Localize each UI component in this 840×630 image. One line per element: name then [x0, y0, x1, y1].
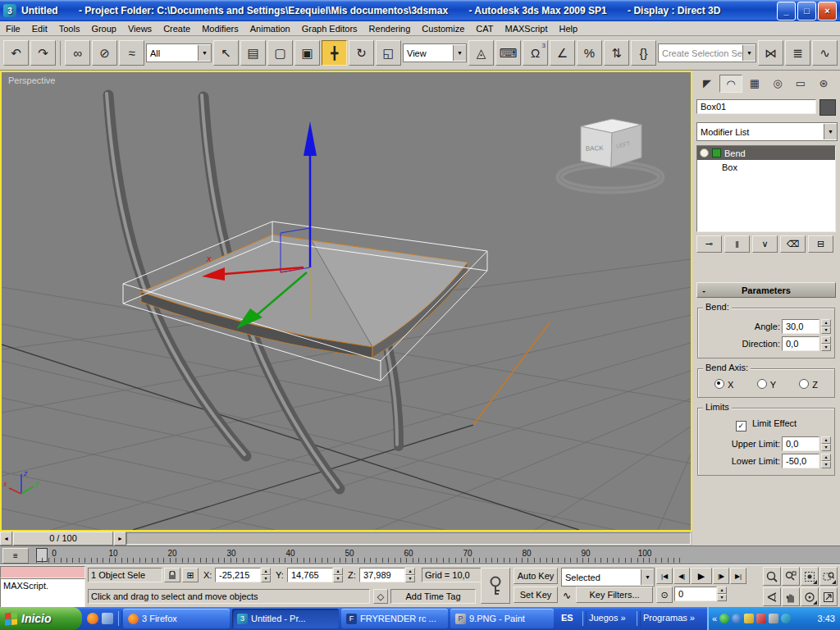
x-spinner[interactable]: ▴▾ [261, 568, 271, 582]
zoom-button[interactable] [763, 567, 781, 586]
modifier-stack-box[interactable]: Box [697, 160, 835, 174]
redo-button[interactable]: ↷ [30, 40, 56, 66]
object-color-swatch[interactable] [819, 99, 836, 116]
spinner-down-icon[interactable]: ▾ [821, 344, 831, 351]
clock[interactable]: 3:43 [818, 614, 835, 623]
app-icon[interactable]: 3 [3, 4, 16, 17]
select-object-button[interactable]: ↖ [213, 40, 239, 66]
go-to-start-button[interactable]: |◀ [656, 568, 673, 584]
task-firefox-group[interactable]: 3 Firefox [123, 609, 230, 628]
undo-button[interactable]: ↶ [3, 40, 29, 66]
select-and-link-button[interactable]: ∞ [65, 40, 90, 66]
spinner-up-icon[interactable]: ▴ [821, 436, 831, 444]
time-tag-icon-button[interactable]: ◇ [373, 589, 388, 604]
tab-display[interactable]: ▭ [790, 75, 811, 91]
menu-create[interactable]: Create [158, 23, 196, 34]
axis-z-radio[interactable]: Z [799, 379, 818, 390]
chevron-down-icon[interactable]: ▼ [453, 45, 466, 61]
menu-tools[interactable]: Tools [53, 23, 86, 34]
tray-icon-security[interactable] [756, 614, 766, 623]
percent-snap-button[interactable]: % [577, 40, 602, 66]
object-name-field[interactable]: Box01 [696, 99, 816, 114]
go-to-end-button[interactable]: ▶| [730, 568, 746, 584]
field-of-view-button[interactable] [763, 587, 781, 606]
pin-stack-button[interactable]: ⊸ [696, 235, 722, 253]
tray-icon-network[interactable] [732, 614, 742, 623]
frame-spinner[interactable]: ▴▾ [717, 587, 727, 601]
keying-mode-dropdown[interactable]: Selected ▼ [561, 568, 655, 587]
angle-snap-button[interactable]: ∠ [550, 40, 575, 66]
angle-field[interactable]: 30,0 [782, 319, 819, 334]
toolbar-handle[interactable] [118, 611, 122, 626]
menu-edit[interactable]: Edit [26, 23, 53, 34]
track-bar[interactable]: ≡ 0 10 20 30 40 50 60 70 80 90 100 [0, 546, 840, 564]
axis-x-radio[interactable]: X [714, 379, 733, 390]
play-button[interactable]: ▶ [691, 568, 712, 584]
viewcube[interactable]: BACK LEFT [559, 119, 661, 190]
viewport-label[interactable]: Perspective [8, 75, 55, 85]
tab-modify[interactable]: ◠ [719, 75, 742, 93]
min-max-toggle-button[interactable] [819, 587, 838, 606]
mirror-button[interactable]: ⋈ [758, 40, 783, 66]
zoom-extents-button[interactable] [801, 567, 819, 586]
maximize-button[interactable]: □ [797, 2, 816, 21]
remove-modifier-button[interactable]: ⌫ [780, 235, 806, 253]
start-button[interactable]: Inicio [0, 607, 82, 630]
collapse-tray-icon[interactable]: « [712, 614, 717, 623]
key-filters-button[interactable]: Key Filters... [576, 587, 653, 603]
key-mode-toggle[interactable]: ⊙ [656, 587, 673, 603]
spinner-down-icon[interactable]: ▾ [821, 461, 831, 468]
z-coordinate-field[interactable]: 37,989 [359, 568, 405, 582]
time-slider-handle[interactable]: 0 / 100 [13, 532, 113, 546]
parameters-rollout-header[interactable]: - Parameters [696, 282, 836, 298]
arc-rotate-button[interactable] [801, 587, 819, 606]
select-by-name-button[interactable]: ▤ [240, 40, 266, 66]
tray-icon-antivirus[interactable] [719, 614, 729, 623]
modifier-stack-bend[interactable]: Bend [697, 146, 835, 160]
make-unique-button[interactable]: ∨ [752, 235, 778, 253]
chevron-down-icon[interactable]: ▼ [198, 45, 211, 61]
direction-spinner[interactable]: ▴ ▾ [821, 336, 831, 351]
x-coordinate-field[interactable]: -25,215 [215, 568, 261, 582]
selection-region-button[interactable]: ▢ [267, 40, 293, 66]
minimize-button[interactable]: _ [777, 2, 796, 21]
spinner-down-icon[interactable]: ▾ [821, 444, 831, 451]
macro-recorder-field[interactable] [0, 566, 85, 578]
selection-filter-dropdown[interactable]: All ▼ [146, 43, 212, 62]
keyboard-override-button[interactable]: ⌨ [495, 40, 521, 66]
menu-modifiers[interactable]: Modifiers [196, 23, 244, 34]
perspective-viewport[interactable]: x BACK LEFT z x y Perspective [0, 71, 692, 532]
tab-create[interactable]: ◤ [696, 75, 718, 91]
set-key-button[interactable]: Set Key [514, 587, 558, 603]
align-button[interactable]: ≣ [785, 40, 810, 66]
direction-field[interactable]: 0,0 [782, 336, 819, 351]
lower-limit-field[interactable]: -50,0 [782, 454, 819, 468]
time-slider-left-arrow[interactable]: ◄ [0, 532, 12, 546]
z-spinner[interactable]: ▴▾ [405, 568, 415, 582]
edit-named-selections-button[interactable]: {} [631, 40, 656, 66]
spinner-up-icon[interactable]: ▴ [821, 336, 831, 344]
tray-icon-update[interactable] [744, 614, 754, 623]
next-frame-button[interactable]: |▶ [713, 568, 729, 584]
close-button[interactable]: × [818, 2, 837, 21]
set-keys-button[interactable] [481, 568, 510, 604]
spinner-down-icon[interactable]: ▾ [821, 326, 831, 334]
menu-rendering[interactable]: Rendering [363, 23, 417, 34]
angle-spinner[interactable]: ▴ ▾ [821, 319, 831, 334]
window-crossing-button[interactable]: ▣ [294, 40, 320, 66]
previous-frame-button[interactable]: ◀| [673, 568, 690, 584]
lower-limit-spinner[interactable]: ▴ ▾ [821, 454, 831, 468]
menu-graph-editors[interactable]: Graph Editors [296, 23, 363, 34]
upper-limit-field[interactable]: 0,0 [782, 436, 819, 451]
menu-cat[interactable]: CAT [470, 23, 499, 34]
quicklaunch-firefox-icon[interactable] [87, 613, 98, 624]
toolbar-programas[interactable]: Programas » [643, 613, 695, 623]
toolbar-handle[interactable] [582, 611, 587, 626]
task-fryrender[interactable]: F FRYRENDER rc ... [341, 609, 448, 628]
show-end-result-button[interactable]: ‖ [724, 235, 750, 253]
auto-key-button[interactable]: Auto Key [514, 568, 558, 584]
menu-maxscript[interactable]: MAXScript [500, 23, 554, 34]
bind-to-spacewarp-button[interactable]: ≈ [119, 40, 144, 66]
y-spinner[interactable]: ▴▾ [333, 568, 343, 582]
add-time-tag-field[interactable]: Add Time Tag [390, 589, 476, 604]
